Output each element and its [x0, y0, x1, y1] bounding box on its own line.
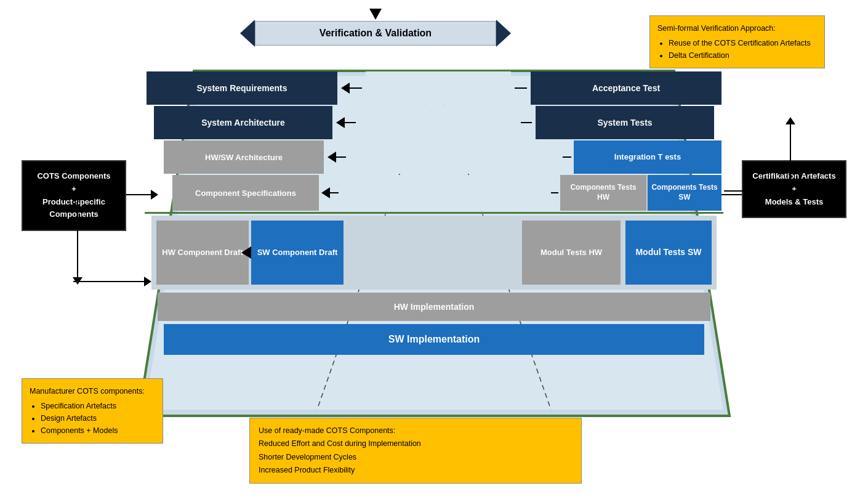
hw-impl-row: HW Implementation	[158, 293, 710, 321]
row2-spacer	[517, 106, 536, 139]
row4-arrow	[319, 175, 341, 211]
row3-spacer-line	[563, 156, 571, 158]
row1-arrow-line	[350, 87, 362, 89]
row2-arrow-head-icon	[336, 117, 345, 128]
manufacturer-bullet-1: Specification Artefacts	[41, 400, 155, 412]
row4-arrow-head-icon	[321, 187, 330, 198]
vv-right-point-icon	[496, 20, 511, 47]
cert-up-arrow-head-icon	[786, 117, 795, 124]
modul-tests-sw-cell: Modul Tests SW	[625, 221, 712, 285]
system-architecture-cell: System Architecture	[154, 106, 332, 139]
readymade-box: Use of ready-made COTS Components: Reduc…	[249, 418, 582, 484]
semiformal-bullet-1: Reuse of the COTS Certification Artefact…	[669, 37, 817, 49]
cots-vertical-line	[77, 197, 78, 277]
readymade-line-2: Reduced Effort and Cost during Implement…	[259, 437, 573, 450]
component-specifications-cell: Component Specifications	[172, 175, 319, 211]
row4-mid	[341, 175, 549, 211]
row4-arrow-line	[330, 192, 339, 193]
row-3: HW/SW Architecture Integration T ests	[164, 140, 721, 174]
sw-impl-row: SW Implementation	[164, 324, 704, 355]
sw-draft-cell: SW Component Draft	[251, 221, 344, 285]
manufacturer-box: Manufacturer COTS components: Specificat…	[22, 378, 163, 444]
readymade-line-3: Shorter Development Cycles	[259, 451, 573, 464]
cots-bottom-line	[73, 281, 144, 282]
cert-right-h-line	[724, 190, 795, 192]
manufacturer-bullet-3: Components + Models	[41, 424, 155, 437]
row4-spacer	[549, 175, 560, 211]
vv-left-point-icon	[240, 20, 255, 47]
row3-arrow-line	[336, 156, 346, 158]
cots-left-line2: +	[29, 183, 119, 196]
row3-spacer	[560, 140, 574, 174]
components-tests-sw-cell: Components Tests SW	[648, 175, 721, 211]
row-4: Component Specifications Components Test…	[172, 175, 721, 211]
modul-tests-hw-cell: Modul Tests HW	[522, 221, 621, 285]
sw-draft-arrow-icon	[241, 246, 251, 259]
cert-vertical-line	[790, 124, 791, 198]
row1-arrow2-line	[515, 87, 527, 89]
manufacturer-bullet-2: Design Artefacts	[41, 412, 155, 424]
row2-arrow-line	[345, 122, 356, 123]
semiformal-title: Semi-formal Verification Approach:	[657, 24, 776, 33]
down-arrow-icon	[369, 9, 382, 20]
row-2: System Architecture System Tests	[154, 106, 714, 139]
vv-label: Verification & Validation	[255, 21, 496, 46]
row-1: System Requirements Acceptance Test	[147, 71, 721, 105]
diagram-container: Verification & Validation Semi-formal Ve…	[6, 6, 862, 493]
row2-mid	[360, 106, 517, 139]
row2-spacer-line	[521, 122, 532, 123]
sw-impl-cell: SW Implementation	[164, 324, 704, 355]
manufacturer-title: Manufacturer COTS components:	[30, 387, 145, 396]
cert-up-arrow	[786, 117, 795, 198]
hwsw-architecture-cell: HW/SW Architecture	[164, 140, 324, 174]
sw-draft-wrapper: SW Component Draft	[251, 216, 344, 290]
hw-impl-cell: HW Implementation	[158, 293, 710, 321]
hw-draft-cell: HW Component Draft	[156, 221, 249, 285]
row4-spacer-line	[551, 192, 558, 193]
row1-arrow-head-icon	[341, 83, 350, 94]
components-tests-hw-cell: Components Tests HW	[560, 175, 646, 211]
readymade-line-1: Use of ready-made COTS Components:	[259, 424, 573, 437]
semiformal-box: Semi-formal Verification Approach: Reuse…	[649, 15, 825, 68]
row2-arrow	[332, 106, 360, 139]
row1-mid	[366, 71, 511, 105]
vv-arrow-container: Verification & Validation	[240, 20, 511, 47]
row1-arrow	[337, 71, 366, 105]
cert-right-horizontal	[724, 190, 795, 192]
acceptance-test-cell: Acceptance Test	[531, 71, 721, 105]
bottom-mid	[344, 216, 520, 290]
cots-down-arrow	[73, 197, 82, 285]
row3-mid	[350, 140, 560, 174]
row3-arrow	[324, 140, 350, 174]
integration-tests-cell: Integration T ests	[574, 140, 721, 174]
bottom-row: HW Component Draft SW Component Draft Mo…	[151, 216, 717, 290]
system-tests-cell: System Tests	[536, 106, 714, 139]
readymade-line-4: Increased Product Flexibility	[259, 464, 573, 477]
section-divider	[145, 212, 723, 214]
cots-left-line1: COTS Components	[29, 170, 119, 183]
row3-arrow-head-icon	[328, 152, 336, 163]
vv-section: Verification & Validation	[240, 20, 511, 49]
system-requirements-cell: System Requirements	[147, 71, 337, 105]
row1-arrow2	[511, 71, 531, 105]
semiformal-bullet-2: Delta Certification	[669, 49, 817, 62]
